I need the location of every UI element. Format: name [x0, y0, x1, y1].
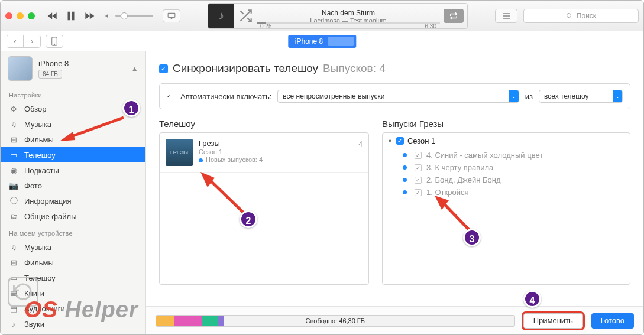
- search-input[interactable]: Поиск: [523, 9, 639, 23]
- volume-slider[interactable]: [105, 12, 153, 19]
- sidebar-item-label: Фото: [24, 181, 42, 190]
- svg-line-4: [68, 118, 124, 138]
- film-icon: ⊞: [9, 258, 18, 267]
- show-new: Новых выпусков: 4: [199, 156, 352, 163]
- episode-checkbox[interactable]: ✓: [415, 189, 422, 196]
- search-icon: [566, 12, 573, 19]
- show-title: Грезы: [199, 139, 352, 148]
- queue-button[interactable]: [495, 9, 517, 23]
- next-icon[interactable]: [83, 10, 95, 22]
- device-header[interactable]: iPhone 8 64 ГБ ▲: [1, 51, 145, 86]
- episode-row[interactable]: ✓1. Откройся: [383, 186, 630, 199]
- episode-row[interactable]: ✓4. Синий - самый холодный цвет: [383, 149, 630, 161]
- pause-icon[interactable]: [64, 9, 77, 22]
- apply-button[interactable]: Применить: [523, 313, 583, 329]
- sync-header: ✓ Синхронизировать телешоу Выпусков: 4: [159, 62, 630, 75]
- watermark-text: OS Helper: [24, 297, 138, 323]
- shuffle-icon[interactable]: [238, 8, 253, 24]
- history-nav[interactable]: ‹ ›: [7, 35, 41, 48]
- svg-line-8: [442, 201, 471, 232]
- gear-icon: ⚙︎: [9, 105, 18, 113]
- annotation-marker-4: 4: [523, 290, 541, 308]
- sidebar-item-Фильмы[interactable]: ⊞Фильмы: [1, 255, 145, 270]
- col-left-header: Телешоу: [159, 119, 369, 129]
- device-tab[interactable]: iPhone 8: [288, 35, 356, 48]
- prev-icon[interactable]: [47, 10, 59, 22]
- shows-select[interactable]: всех телешоу⌄: [539, 90, 623, 103]
- forward-button[interactable]: ›: [24, 35, 40, 47]
- sidebar-item-Фото[interactable]: 📷Фото: [1, 178, 145, 193]
- of-label: из: [525, 92, 533, 101]
- sidebar-item-label: Подкасты: [24, 166, 59, 175]
- airplay-button[interactable]: [163, 9, 180, 22]
- sidebar-item-label: Телешоу: [24, 151, 56, 160]
- device-tab-label: iPhone 8: [290, 37, 328, 45]
- sidebar-item-label: Общие файлы: [24, 212, 76, 221]
- tv-icon: ▭: [9, 151, 18, 160]
- season-label: Сезон 1: [407, 136, 435, 145]
- sidebar-item-label: Музыка: [24, 120, 51, 129]
- disclosure-icon[interactable]: ▼: [387, 138, 393, 144]
- episode-checkbox[interactable]: ✓: [415, 164, 422, 171]
- unwatched-dot: [403, 178, 407, 182]
- device-button[interactable]: [46, 35, 63, 48]
- sidebar-item-Подкасты[interactable]: ◉Подкасты: [1, 162, 145, 178]
- np-title: Nach dem Sturm: [322, 9, 375, 17]
- episode-checkbox[interactable]: ✓: [415, 152, 422, 159]
- sync-label: Синхронизировать телешоу: [173, 62, 318, 75]
- device-name: iPhone 8: [38, 59, 125, 68]
- player-bar: ♪ Nach dem Sturm Lacrimosa — Testimonium…: [1, 1, 643, 31]
- search-placeholder: Поиск: [577, 12, 596, 20]
- sidebar-item-label: Фильмы: [24, 135, 54, 144]
- progress-bar[interactable]: [257, 22, 440, 24]
- episode-row[interactable]: ✓2. Бонд, Джейн Бонд: [383, 174, 630, 186]
- eject-icon[interactable]: ▲: [131, 64, 138, 73]
- auto-include-checkbox[interactable]: ✓: [167, 93, 174, 100]
- episodes-panel: ▼ ✓ Сезон 1 ✓4. Синий - самый холодный ц…: [382, 132, 630, 285]
- show-row[interactable]: ГРЕЗЫ Грезы Сезон 1 Новых выпусков: 4 4: [160, 133, 368, 173]
- device-capacity: 64 ГБ: [38, 70, 62, 79]
- show-season: Сезон 1: [199, 148, 352, 155]
- music-icon: ♫: [9, 120, 18, 129]
- done-button[interactable]: Готово: [591, 313, 634, 329]
- annotation-marker-3: 3: [463, 229, 481, 246]
- episode-title: 3. К черту правила: [426, 163, 493, 172]
- annotation-marker-2: 2: [240, 210, 257, 228]
- shows-panel: ГРЕЗЫ Грезы Сезон 1 Новых выпусков: 4 4: [159, 132, 369, 285]
- sidebar-section-ondevice: На моем устройстве: [1, 224, 145, 239]
- sidebar-item-label: Фильмы: [24, 258, 54, 267]
- episode-checkbox[interactable]: ✓: [415, 177, 422, 184]
- episode-title: 4. Синий - самый холодный цвет: [426, 151, 543, 160]
- music-icon: ♫: [9, 243, 18, 252]
- svg-point-1: [567, 13, 571, 17]
- photo-icon: 📷: [9, 181, 18, 190]
- sidebar-item-label: Информация: [24, 197, 72, 206]
- episode-row[interactable]: ✓3. К черту правила: [383, 161, 630, 174]
- unwatched-dot: [403, 153, 407, 157]
- auto-include-bar: ✓ Автоматически включать: все непросмотр…: [159, 83, 630, 109]
- info-icon: ⓘ: [9, 196, 18, 206]
- sidebar-item-Телешоу[interactable]: ▭Телешоу: [1, 147, 145, 162]
- sidebar-item-Информация[interactable]: ⓘИнформация: [1, 193, 145, 209]
- svg-marker-7: [200, 172, 215, 187]
- svg-line-6: [208, 178, 245, 214]
- show-artwork: ГРЕЗЫ: [166, 139, 193, 166]
- sidebar-item-label: Обзор: [24, 105, 47, 113]
- sidebar-item-Музыка[interactable]: ♫Музыка: [1, 239, 145, 255]
- back-button[interactable]: ‹: [7, 35, 24, 47]
- files-icon: 🗂: [9, 212, 18, 221]
- window-controls[interactable]: [5, 12, 35, 19]
- sidebar-item-Общие файлы[interactable]: 🗂Общие файлы: [1, 209, 145, 224]
- sidebar-section-settings: Настройки: [1, 86, 145, 101]
- now-playing: ♪ Nach dem Sturm Lacrimosa — Testimonium…: [208, 3, 468, 29]
- include-select[interactable]: все непросмотренные выпуски⌄: [277, 90, 519, 103]
- bottom-bar: Свободно: 46,30 ГБ Применить Готово: [146, 306, 643, 334]
- season-checkbox[interactable]: ✓: [396, 137, 404, 145]
- show-ep-count: 4: [358, 139, 363, 166]
- repeat-icon[interactable]: [444, 9, 464, 23]
- podcast-icon: ◉: [9, 166, 18, 175]
- album-art: ♪: [208, 3, 234, 29]
- season-row[interactable]: ▼ ✓ Сезон 1: [383, 133, 630, 149]
- sync-checkbox[interactable]: ✓: [159, 64, 168, 73]
- device-thumb: [8, 56, 33, 81]
